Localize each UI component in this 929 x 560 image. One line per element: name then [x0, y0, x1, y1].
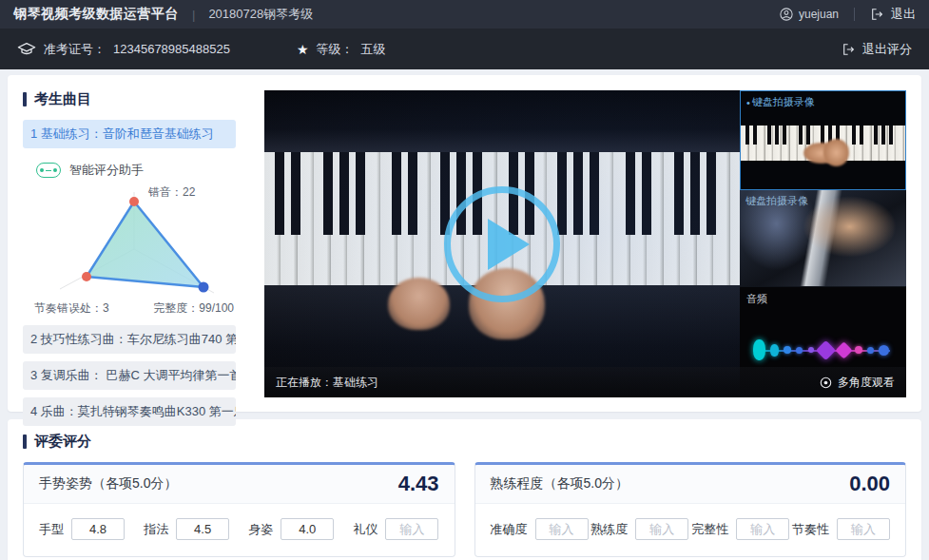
- top-bar: 钢琴视频考级数据运营平台 | 20180728钢琴考级 yuejuan 退出: [0, 0, 929, 29]
- assistant-title: 智能评分助手: [69, 162, 144, 179]
- video-player: • 键盘拍摄录像 键盘拍摄录像 音频: [264, 90, 906, 397]
- completeness-input[interactable]: [736, 518, 789, 540]
- ai-score-assistant: 智能评分助手: [23, 162, 251, 319]
- field-hand-shape: 手型: [39, 518, 125, 540]
- field-hand-shape-label: 手型: [39, 521, 64, 538]
- logout-icon: [870, 8, 884, 21]
- thumb1-black-keys: [741, 126, 905, 145]
- user-menu[interactable]: yuejuan: [780, 8, 839, 21]
- song-item-1[interactable]: 1 基础练习：音阶和琶音基础练习: [23, 120, 236, 148]
- hand-shape-input[interactable]: [71, 518, 125, 540]
- logout-label: 退出: [891, 6, 916, 23]
- level-value: 五级: [360, 41, 385, 58]
- field-posture: 身姿: [248, 518, 334, 540]
- thumb2-label-wrap: 键盘拍摄录像: [745, 194, 808, 208]
- section-bar-icon: [23, 92, 27, 106]
- gesture-card-body: 手型 指法 身姿 礼仪: [24, 504, 455, 556]
- video-control-bar: 正在播放：基础练习 多角度观看: [264, 367, 906, 397]
- thumb2-label: 键盘拍摄录像: [745, 194, 808, 208]
- field-fingering: 指法: [144, 518, 229, 540]
- song-item-4[interactable]: 4 乐曲：莫扎特钢琴奏鸣曲K330 第一乐章: [23, 397, 236, 426]
- exit-scoring-icon: [842, 43, 856, 56]
- section-bar-icon: [23, 434, 27, 449]
- proficiency-card-title: 熟练程度（各项5.0分）: [491, 475, 629, 492]
- field-posture-label: 身姿: [248, 521, 273, 538]
- field-rhythm: 节奏性: [792, 518, 890, 540]
- radar-chart-box: 错音：22 节奏错误处：3 完整度：99/100: [27, 181, 251, 319]
- judge-scoring-panel: 评委评分 手势姿势（各项5.0分） 4.43 手型 指法: [8, 419, 921, 560]
- ticket-group: 准考证号： 12345678985488525: [17, 41, 230, 58]
- exit-scoring-button[interactable]: 退出评分: [842, 41, 912, 58]
- rhythm-input[interactable]: [837, 518, 890, 540]
- thumb1-label: 键盘拍摄录像: [752, 95, 815, 109]
- field-proficiency-label: 熟练度: [590, 521, 628, 538]
- etiquette-input[interactable]: [385, 518, 438, 540]
- logout-button[interactable]: 退出: [870, 6, 916, 23]
- session-title: 20180728钢琴考级: [208, 6, 313, 23]
- score-card-gesture: 手势姿势（各项5.0分） 4.43 手型 指法 身姿: [23, 462, 455, 557]
- graduation-cap-icon: [17, 42, 36, 57]
- proficiency-card-body: 准确度 熟练度 完整性 节奏性: [475, 504, 906, 556]
- gesture-total-score: 4.43: [398, 472, 439, 496]
- play-icon: [488, 219, 530, 270]
- exam-panel: 考生曲目 1 基础练习：音阶和琶音基础练习 智能评分助手: [8, 75, 921, 412]
- exit-scoring-label: 退出评分: [862, 41, 912, 58]
- main-content: 考生曲目 1 基础练习：音阶和琶音基础练习 智能评分助手: [0, 69, 929, 560]
- camera-thumbnails: • 键盘拍摄录像 键盘拍摄录像 音频: [740, 90, 906, 397]
- scoring-section-header: 评委评分: [23, 433, 906, 451]
- field-etiquette-label: 礼仪: [353, 521, 377, 538]
- radar-label-wrong-notes: 错音：22: [147, 185, 196, 199]
- assistant-header: 智能评分助手: [36, 162, 251, 179]
- keyboard-camera-thumb-2[interactable]: 键盘拍摄录像: [740, 190, 906, 287]
- proficiency-total-score: 0.00: [849, 472, 890, 496]
- star-icon: ★: [297, 42, 309, 57]
- keyboard-camera-thumb-1[interactable]: • 键盘拍摄录像: [740, 90, 906, 190]
- user-name: yuejuan: [799, 8, 839, 21]
- gesture-card-title: 手势姿势（各项5.0分）: [39, 475, 177, 492]
- field-rhythm-label: 节奏性: [792, 521, 829, 538]
- title-divider: |: [192, 8, 195, 22]
- field-etiquette: 礼仪: [353, 518, 438, 540]
- field-accuracy-label: 准确度: [491, 521, 528, 538]
- now-playing-label: 正在播放：基础练习: [276, 375, 378, 391]
- level-group: ★ 等级： 五级: [297, 41, 386, 58]
- thumb1-hand-2: [823, 139, 850, 166]
- scoring-section-title: 评委评分: [34, 433, 91, 451]
- user-icon: [780, 8, 793, 21]
- app-title: 钢琴视频考级数据运营平台: [13, 6, 179, 23]
- ticket-label: 准考证号：: [44, 41, 106, 58]
- radar-dot-completeness: [199, 282, 209, 293]
- field-accuracy: 准确度: [491, 518, 589, 540]
- radar-label-completeness: 完整度：99/100: [153, 301, 234, 315]
- level-label: 等级：: [316, 41, 353, 58]
- songs-section-header: 考生曲目: [23, 90, 251, 108]
- ticket-number: 12345678985488525: [113, 42, 230, 56]
- topbar-divider: [854, 8, 855, 21]
- eye-icon: [820, 377, 832, 389]
- gesture-card-header: 手势姿势（各项5.0分） 4.43: [24, 465, 455, 504]
- multi-angle-button[interactable]: 多角度观看: [820, 375, 895, 391]
- field-completeness: 完整性: [691, 518, 789, 540]
- fingering-input[interactable]: [176, 518, 229, 540]
- posture-input[interactable]: [281, 518, 334, 540]
- song-item-2[interactable]: 2 技巧性练习曲：车尔尼练习曲740 第一首: [23, 325, 236, 354]
- song-item-3[interactable]: 3 复调乐曲： 巴赫C 大调平均律第一首前奏曲: [23, 361, 236, 390]
- score-card-proficiency: 熟练程度（各项5.0分） 0.00 准确度 熟练度 完整性: [474, 462, 907, 557]
- main-video-view[interactable]: [264, 90, 740, 397]
- song-list-panel: 考生曲目 1 基础练习：音阶和琶音基础练习 智能评分助手: [23, 79, 251, 400]
- multi-angle-label: 多角度观看: [838, 375, 895, 391]
- play-button[interactable]: [444, 186, 560, 302]
- radar-dot-rhythm-errors: [82, 272, 91, 281]
- radar-chart: 错音：22 节奏错误处：3 完整度：99/100: [27, 181, 238, 316]
- field-completeness-label: 完整性: [691, 521, 728, 538]
- songs-section-title: 考生曲目: [34, 90, 91, 108]
- exam-info-bar: 准考证号： 12345678985488525 ★ 等级： 五级 退出评分: [0, 29, 929, 69]
- accuracy-input[interactable]: [535, 518, 589, 540]
- radar-label-rhythm-errors: 节奏错误处：3: [34, 301, 109, 315]
- field-proficiency: 熟练度: [590, 518, 688, 540]
- proficiency-input[interactable]: [635, 518, 688, 540]
- field-fingering-label: 指法: [144, 521, 168, 538]
- audio-label: 音频: [746, 292, 767, 306]
- radar-dot-wrong-notes: [129, 197, 139, 206]
- assistant-link-icon: [36, 163, 61, 178]
